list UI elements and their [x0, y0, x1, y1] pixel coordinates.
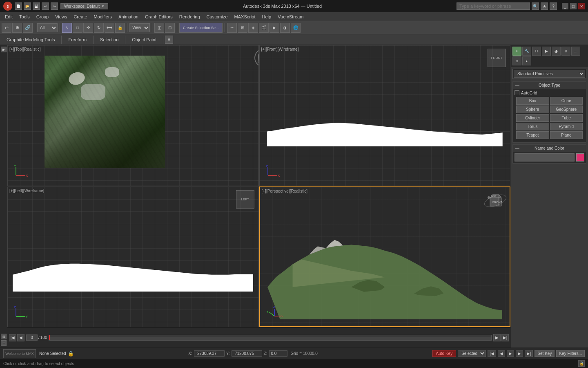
motion-panel-btn[interactable]: ▶: [542, 47, 551, 56]
viewport-left[interactable]: LEFT [+][Left][Wireframe] Y Z: [7, 186, 259, 328]
selected-dropdown[interactable]: Selected: [458, 350, 486, 357]
viewport-perspective[interactable]: FRONT TOP [+][Perspective][Realistic]: [259, 186, 511, 328]
pyramid-btn[interactable]: Pyramid: [550, 123, 583, 130]
undo-btn[interactable]: ↩: [42, 2, 49, 10]
menu-graph-editors[interactable]: Graph Editors: [142, 13, 176, 20]
tab-selection[interactable]: Selection: [94, 36, 125, 44]
go-start-btn[interactable]: |◀: [9, 334, 16, 341]
teapot-btn[interactable]: Teapot: [516, 131, 549, 139]
viewport-front[interactable]: FRONT [+][Front][Wireframe] X Z: [259, 45, 511, 186]
box-btn[interactable]: Box: [516, 97, 549, 105]
active-shade-btn[interactable]: ◑: [280, 23, 290, 33]
curve-editor-btn[interactable]: 〰: [227, 23, 237, 33]
tab-graphite-modeling[interactable]: Graphite Modeling Tools: [0, 36, 62, 44]
next-frame-btn[interactable]: ▶: [493, 334, 501, 341]
vp-left-navcube[interactable]: LEFT: [236, 190, 254, 209]
timeline-scrubber[interactable]: [49, 335, 492, 341]
menu-modifiers[interactable]: Modifiers: [90, 13, 115, 20]
more-panel-btn[interactable]: …: [571, 47, 580, 56]
save-file-btn[interactable]: 💾: [33, 2, 40, 10]
close-btn[interactable]: ✕: [578, 3, 585, 9]
set-key-btn[interactable]: Set Key: [535, 350, 555, 357]
display-panel-btn[interactable]: ◕: [552, 47, 561, 56]
minimize-btn[interactable]: _: [562, 3, 568, 9]
menu-maxscript[interactable]: MAXScript: [231, 13, 259, 20]
menu-animation[interactable]: Animation: [115, 13, 142, 20]
left-strip-btn-1[interactable]: ▶: [1, 47, 7, 52]
prev-frame-btn[interactable]: ◀: [17, 334, 24, 341]
filter-select[interactable]: All: [37, 23, 58, 32]
menu-views[interactable]: Views: [52, 13, 70, 20]
tube-btn[interactable]: Tube: [550, 114, 583, 122]
mirror-btn[interactable]: ◫: [154, 23, 164, 33]
workspace-selector[interactable]: Workspace: Default ▼: [60, 3, 108, 9]
utilities-panel-btn[interactable]: ⚙: [561, 47, 570, 56]
create-selection-btn[interactable]: Create Selection Se...: [179, 23, 223, 33]
go-end-btn[interactable]: ▶|: [501, 334, 509, 341]
select-by-name-btn[interactable]: ⊕: [12, 23, 22, 33]
menu-vue[interactable]: Vue xStream: [274, 13, 307, 20]
align-btn[interactable]: ⊡: [165, 23, 175, 33]
y-coord-input[interactable]: [232, 350, 262, 357]
menu-tools[interactable]: Tools: [16, 13, 33, 20]
z-coord-input[interactable]: [269, 350, 287, 357]
sphere-btn[interactable]: Sphere: [516, 105, 549, 113]
select-region-btn[interactable]: □: [73, 23, 82, 33]
cone-btn[interactable]: Cone: [550, 97, 583, 105]
color-swatch[interactable]: [576, 153, 584, 162]
key-filters-btn[interactable]: Key Filters...: [556, 350, 585, 357]
tab-object-paint[interactable]: Object Paint: [125, 36, 163, 44]
move-btn[interactable]: ✛: [83, 23, 93, 33]
lock-sel-btn[interactable]: ⊛: [512, 56, 521, 65]
left-strip-btn-2[interactable]: ⊞: [1, 334, 7, 339]
autogrid-checkbox[interactable]: [514, 90, 519, 95]
vp-front-navcube[interactable]: FRONT: [488, 49, 506, 67]
undo-toolbar-btn[interactable]: ↩: [2, 23, 11, 33]
restore-btn[interactable]: □: [570, 3, 577, 9]
menu-create[interactable]: Create: [70, 13, 90, 20]
next-frame-status-btn[interactable]: ▶: [516, 350, 523, 357]
torus-btn[interactable]: Torus: [516, 123, 549, 130]
go-end-status-btn[interactable]: ▶|: [525, 350, 533, 357]
auto-key-btn[interactable]: Auto Key: [432, 350, 457, 357]
menu-group[interactable]: Group: [33, 13, 52, 20]
select-btn[interactable]: ↖: [62, 23, 72, 33]
vp-perspective-navcube[interactable]: FRONT TOP: [485, 191, 506, 211]
scale-btn[interactable]: ⟷: [105, 23, 114, 33]
selection-lock-btn[interactable]: 🔒: [68, 351, 74, 357]
expand-panel-btn[interactable]: ▸: [522, 56, 531, 65]
material-editor-btn[interactable]: ◈: [248, 23, 258, 33]
render-setup-btn[interactable]: 🎬: [259, 23, 269, 33]
render-btn[interactable]: ▶: [270, 23, 279, 33]
plane-btn[interactable]: Plane: [550, 131, 583, 139]
object-name-input[interactable]: [514, 153, 575, 162]
open-file-btn[interactable]: 📂: [24, 2, 31, 10]
play-status-btn[interactable]: ▶: [507, 350, 514, 357]
x-coord-input[interactable]: [194, 350, 225, 357]
link-btn[interactable]: 🔗: [23, 23, 33, 33]
prev-frame-status-btn[interactable]: ◀: [498, 350, 505, 357]
cylinder-btn[interactable]: Cylinder: [516, 114, 549, 122]
new-file-btn[interactable]: 📄: [15, 2, 22, 10]
menu-rendering[interactable]: Rendering: [176, 13, 203, 20]
geosphere-btn[interactable]: GeoSphere: [550, 105, 583, 113]
left-strip-btn-3[interactable]: ☰: [1, 340, 7, 346]
search-input[interactable]: [457, 2, 530, 10]
env-btn[interactable]: 🌐: [291, 23, 301, 33]
create-panel-btn[interactable]: ✦: [512, 47, 521, 56]
bookmark-btn[interactable]: ★: [541, 2, 548, 10]
primitives-category-select[interactable]: Standard Primitives: [514, 70, 585, 78]
help-btn[interactable]: ?: [550, 2, 557, 10]
menu-edit[interactable]: Edit: [2, 13, 16, 20]
more-tabs-btn[interactable]: ≡: [165, 36, 173, 44]
viewport-top[interactable]: [+][Top][Realistic] X Y: [7, 45, 259, 186]
snap-btn[interactable]: 🔒: [115, 23, 125, 33]
current-frame-input[interactable]: [26, 334, 38, 341]
search-btn[interactable]: 🔍: [532, 2, 539, 10]
hierarchy-panel-btn[interactable]: H: [532, 47, 541, 56]
view-select[interactable]: View: [129, 23, 150, 32]
menu-customize[interactable]: Customize: [203, 13, 231, 20]
menu-help[interactable]: Help: [259, 13, 275, 20]
lock-icon-btn[interactable]: 🔒: [578, 360, 585, 367]
rotate-btn[interactable]: ↻: [94, 23, 104, 33]
